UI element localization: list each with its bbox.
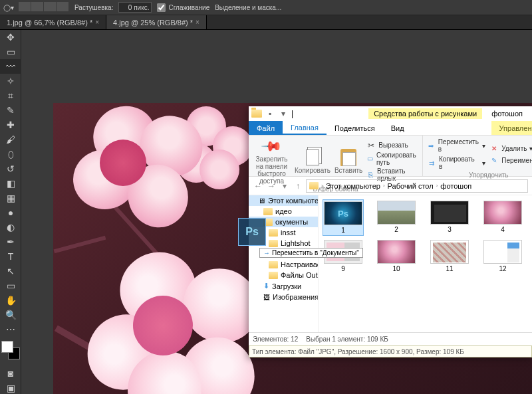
shape-tool-icon[interactable]: ▭ <box>0 278 21 293</box>
thumbnail <box>377 201 416 225</box>
file-item[interactable]: 1 <box>323 199 364 236</box>
pen-tool-icon[interactable]: ✒ <box>0 235 21 249</box>
status-bar: Элементов: 12 Выбран 1 элемент: 109 КБ <box>249 332 532 345</box>
tree-item-videos[interactable]: идео <box>249 206 318 217</box>
address-bar[interactable]: › Этот компьютер› Рабочий стол› фотошоп <box>306 179 528 193</box>
quick-mask-icon[interactable]: ◙ <box>0 366 21 381</box>
blur-tool-icon[interactable]: ● <box>0 205 21 220</box>
tree-item-this-pc[interactable]: Этот компьютер <box>249 195 318 206</box>
file-item[interactable]: 11 <box>429 239 470 274</box>
screen-mode-icon[interactable]: ▣ <box>0 381 21 394</box>
move-tool-icon[interactable]: ✥ <box>0 30 21 45</box>
file-item[interactable]: 12 <box>482 239 523 274</box>
close-icon[interactable]: × <box>95 19 99 26</box>
copy-icon <box>303 149 322 166</box>
magic-wand-tool-icon[interactable]: ✧ <box>0 74 21 88</box>
feather-input[interactable] <box>118 2 152 13</box>
path-select-tool-icon[interactable]: ↖ <box>0 264 21 278</box>
thumbnail <box>483 240 522 264</box>
move-arrow-icon: → <box>263 249 270 256</box>
ribbon-tab-share[interactable]: Поделиться <box>327 121 383 135</box>
color-swatches[interactable] <box>1 341 20 359</box>
stamp-tool-icon[interactable]: ⬯ <box>0 147 21 161</box>
brush-tool-icon[interactable]: 🖌 <box>0 132 21 147</box>
move-to-button[interactable]: ➡Переместить в▾ <box>427 138 485 153</box>
pc-icon <box>258 197 265 205</box>
folder-icon <box>309 182 319 189</box>
thumbnail <box>377 240 416 264</box>
marquee-tool-icon[interactable]: ▭ <box>0 45 21 59</box>
chevron-down-icon: ▾ <box>482 142 485 149</box>
back-button[interactable]: ← <box>253 181 263 191</box>
paste-button[interactable]: Вставить <box>334 138 362 185</box>
chevron-down-icon: ▾ <box>482 159 485 167</box>
cut-button[interactable]: Вырезать <box>366 140 418 151</box>
ribbon: 📌Закрепить на панели быстрого доступа Ко… <box>249 136 532 177</box>
eyedropper-tool-icon[interactable]: ✎ <box>0 103 21 118</box>
file-grid[interactable]: 1 2 3 4 9 10 11 12 <box>319 195 532 332</box>
hand-tool-icon[interactable]: ✋ <box>0 293 21 308</box>
chevron-right-icon[interactable]: › <box>383 183 385 189</box>
antialias-checkbox[interactable]: Сглаживание <box>157 3 209 12</box>
thumbnail <box>324 201 362 225</box>
healing-tool-icon[interactable]: ✚ <box>0 118 21 132</box>
more-tools-icon[interactable]: ⋯ <box>0 322 21 337</box>
tree-item[interactable]: Файлы Outloo <box>249 270 318 280</box>
drag-ghost-thumbnail <box>238 218 266 246</box>
up-button[interactable]: ↑ <box>293 181 303 191</box>
explorer-title-bar[interactable]: ▪ ▾ | Средства работы с рисунками фотошо… <box>249 106 532 121</box>
history-brush-tool-icon[interactable]: ↺ <box>0 161 21 176</box>
selection-info: Выбран 1 элемент: 109 КБ <box>306 336 388 343</box>
rename-button[interactable]: ✎Переименовать <box>489 155 532 165</box>
ribbon-tab-home[interactable]: Главная <box>283 121 327 135</box>
file-item[interactable]: 10 <box>376 239 417 274</box>
forward-button[interactable]: → <box>266 181 277 191</box>
file-explorer-window: ▪ ▾ | Средства работы с рисунками фотошо… <box>249 106 532 357</box>
breadcrumb-segment[interactable]: фотошоп <box>440 182 471 190</box>
move-to-icon: ➡ <box>427 141 436 150</box>
breadcrumb-segment[interactable]: Рабочий стол <box>388 182 434 190</box>
nav-tree: Этот компьютер идео окументы insst Light… <box>249 195 319 332</box>
file-item[interactable]: 4 <box>482 199 523 236</box>
ribbon-tab-manage[interactable]: Управление <box>491 121 532 135</box>
eraser-tool-icon[interactable]: ◧ <box>0 176 21 191</box>
type-tool-icon[interactable]: T <box>0 249 21 264</box>
copy-path-button[interactable]: Скопировать путь <box>366 151 418 167</box>
file-item[interactable]: 3 <box>429 199 470 236</box>
folder-icon <box>269 229 278 237</box>
zoom-tool-icon[interactable]: 🔍 <box>0 308 21 322</box>
file-item[interactable]: 2 <box>376 199 417 236</box>
feather-label: Растушевка: <box>74 4 113 11</box>
document-tab[interactable]: 1.jpg @ 66,7% (RGB/8#) *× <box>0 15 106 29</box>
select-and-mask-button[interactable]: Выделение и маска... <box>215 4 281 11</box>
lasso-dropdown-icon[interactable]: ◯▾ <box>4 3 13 12</box>
ribbon-tab-file[interactable]: Файл <box>249 121 283 135</box>
delete-button[interactable]: ✕Удалить▾ <box>489 143 532 153</box>
crop-tool-icon[interactable]: ⌗ <box>0 88 21 103</box>
delete-icon: ✕ <box>489 144 499 153</box>
copy-to-button[interactable]: ⇉Копировать в▾ <box>427 155 485 171</box>
paste-shortcut-icon <box>366 170 374 179</box>
close-icon[interactable]: × <box>196 19 200 26</box>
downloads-icon <box>263 282 269 290</box>
selection-mode-group[interactable] <box>19 2 69 13</box>
overflow-icon[interactable]: ▪ <box>265 108 275 119</box>
paste-icon <box>339 149 358 166</box>
lasso-tool-icon[interactable]: 〰 <box>0 59 21 74</box>
tree-item[interactable]: Настраиваемы <box>249 259 318 270</box>
breadcrumb-segment[interactable]: Этот компьютер <box>326 182 380 190</box>
dodge-tool-icon[interactable]: ◐ <box>0 220 21 235</box>
chevron-down-icon[interactable]: ▾ <box>278 108 289 119</box>
gradient-tool-icon[interactable]: ▦ <box>0 191 21 205</box>
folder-icon <box>251 108 262 119</box>
folder-icon <box>269 240 278 247</box>
recent-chevron-icon[interactable]: ▾ <box>279 181 290 191</box>
tree-item-images[interactable]: Изображения <box>249 292 318 302</box>
pin-to-quick-access-button[interactable]: 📌Закрепить на панели быстрого доступа <box>253 138 291 185</box>
copy-button[interactable]: Копировать <box>295 138 331 185</box>
tree-item-downloads[interactable]: Загрузки <box>249 280 318 292</box>
chevron-right-icon[interactable]: › <box>436 183 438 189</box>
chevron-right-icon[interactable]: › <box>321 183 323 189</box>
ribbon-tab-view[interactable]: Вид <box>383 121 412 135</box>
document-tab[interactable]: 4.jpg @ 25% (RGB/8#) *× <box>106 15 207 29</box>
